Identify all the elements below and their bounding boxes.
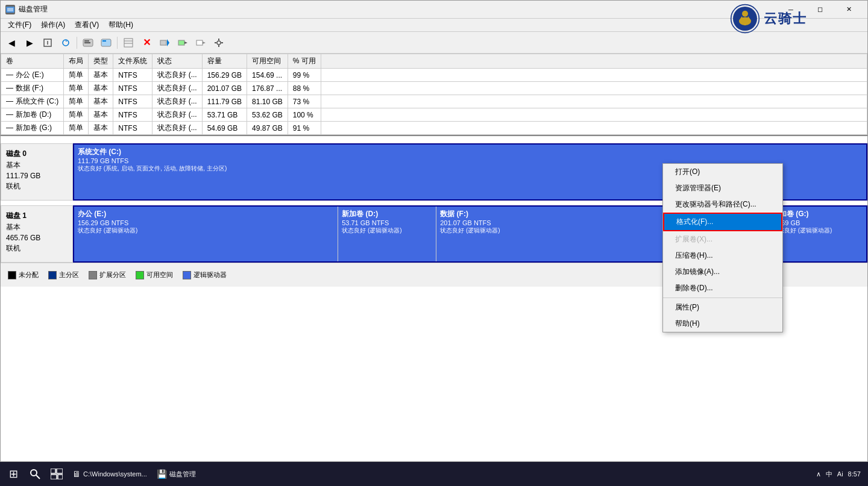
ctx-open[interactable]: 打开(O): [663, 164, 782, 180]
cell-fs: NTFS: [113, 108, 153, 122]
legend-logical-box: [183, 271, 191, 279]
svg-rect-13: [102, 40, 106, 42]
toolbar-rescan[interactable]: [57, 34, 74, 51]
volume-table-container: 卷 布局 类型 文件系统 状态 容量 可用空间 % 可用 —办公 (E:) 简单…: [1, 54, 867, 136]
disk0-status: 联机: [6, 181, 68, 192]
cell-free: 81.10 GB: [247, 95, 288, 108]
disk1-partition-3[interactable]: 新加卷 (G:) 54.69 GB 状态良好 (逻辑驱动器): [769, 207, 866, 261]
table-row[interactable]: —新加卷 (G:) 简单 基本 NTFS 状态良好 (... 54.69 GB …: [1, 122, 867, 135]
cell-layout: 简单: [64, 108, 89, 122]
taskbar-cmd[interactable]: 🖥 C:\Windows\system...: [68, 463, 152, 485]
ctx-shrink[interactable]: 压缩卷(H)...: [663, 248, 782, 264]
legend-unallocated-label: 未分配: [19, 270, 39, 279]
ctx-extend: 扩展卷(X)...: [663, 231, 782, 248]
col-header-vol: 卷: [1, 54, 64, 69]
toolbar-export1[interactable]: [174, 34, 191, 51]
col-header-type: 类型: [89, 54, 113, 69]
svg-rect-10: [84, 40, 89, 42]
toolbar-forward[interactable]: ▶: [21, 34, 38, 51]
table-row[interactable]: —系统文件 (C:) 简单 基本 NTFS 状态良好 (... 111.79 G…: [1, 95, 867, 108]
disk1-partition-3-status: 状态良好 (逻辑驱动器): [772, 226, 863, 235]
cell-extra: [321, 122, 867, 135]
ctx-format[interactable]: 格式化(F)...: [663, 213, 782, 231]
table-row[interactable]: —数据 (F:) 简单 基本 NTFS 状态良好 (... 201.07 GB …: [1, 82, 867, 95]
ctx-properties[interactable]: 属性(P): [663, 299, 782, 316]
table-row[interactable]: —新加卷 (D:) 简单 基本 NTFS 状态良好 (... 53.71 GB …: [1, 108, 867, 122]
cell-capacity: 201.07 GB: [202, 82, 247, 95]
toolbar-disk-properties[interactable]: [80, 34, 96, 51]
toolbar-import[interactable]: [156, 34, 173, 51]
taskbar-search[interactable]: [24, 463, 46, 485]
svg-point-28: [31, 470, 37, 476]
taskbar-diskmgmt[interactable]: 💾 磁盘管理: [152, 463, 201, 485]
disk1-partition-1-size: 53.71 GB NTFS: [342, 219, 432, 226]
legend-extended: 扩展分区: [89, 270, 126, 279]
restore-button[interactable]: ◻: [806, 1, 834, 19]
svg-rect-25: [218, 45, 219, 47]
cell-extra: [321, 108, 867, 122]
cell-status: 状态良好 (...: [153, 82, 202, 95]
toolbar-vol-properties[interactable]: [98, 34, 115, 51]
ctx-help[interactable]: 帮助(H): [663, 316, 782, 332]
svg-rect-33: [58, 475, 63, 479]
disk1-size: 465.76 GB: [6, 234, 68, 242]
menu-file[interactable]: 文件(F): [3, 19, 36, 31]
toolbar-back[interactable]: ◀: [3, 34, 20, 51]
disk1-type: 基本: [6, 222, 68, 232]
start-button[interactable]: ⊞: [2, 463, 24, 485]
cell-layout: 简单: [64, 69, 89, 82]
ctx-delete[interactable]: 删除卷(D)...: [663, 280, 782, 296]
cell-free: 53.62 GB: [247, 108, 288, 122]
cell-vol: —新加卷 (G:): [1, 122, 64, 135]
taskbar-ime[interactable]: 中: [826, 470, 832, 479]
cell-fs: NTFS: [113, 82, 153, 95]
cell-type: 基本: [89, 122, 113, 135]
legend-primary: 主分区: [48, 270, 79, 279]
ctx-add-mirror[interactable]: 添加镜像(A)...: [663, 264, 782, 280]
ctx-explorer[interactable]: 资源管理器(E): [663, 180, 782, 196]
menu-view[interactable]: 查看(V): [70, 19, 104, 31]
legend-free-label: 可用空间: [146, 270, 173, 279]
toolbar-new-striped[interactable]: [120, 34, 137, 51]
cell-extra: [321, 95, 867, 108]
toolbar-export2[interactable]: [192, 34, 209, 51]
ctx-change-drive[interactable]: 更改驱动器号和路径(C)...: [663, 196, 782, 213]
svg-rect-17: [160, 40, 166, 45]
taskbar-diskmgmt-icon: 💾: [157, 469, 167, 479]
svg-rect-31: [57, 469, 63, 473]
cell-capacity: 111.79 GB: [202, 95, 247, 108]
toolbar-red-x[interactable]: ✕: [138, 34, 155, 51]
taskbar-cmd-label: C:\Windows\system...: [83, 470, 147, 478]
svg-rect-30: [51, 469, 55, 473]
cell-status: 状态良好 (...: [153, 95, 202, 108]
menu-help[interactable]: 帮助(H): [104, 19, 138, 31]
menu-action[interactable]: 操作(A): [36, 19, 70, 31]
cell-vol: —新加卷 (D:): [1, 108, 64, 122]
cell-free: 154.69 ...: [247, 69, 288, 82]
svg-marker-22: [203, 42, 206, 44]
table-row[interactable]: —办公 (E:) 简单 基本 NTFS 状态良好 (... 156.29 GB …: [1, 69, 867, 82]
taskbar-task-view[interactable]: [46, 463, 68, 485]
legend-primary-label: 主分区: [59, 270, 79, 279]
toolbar-settings[interactable]: [210, 34, 227, 51]
close-button[interactable]: ✕: [835, 1, 863, 19]
disk1-partition-0[interactable]: 办公 (E:) 156.29 GB NTFS 状态良好 (逻辑驱动器): [74, 207, 338, 261]
ctx-sep: [663, 298, 782, 298]
toolbar-up[interactable]: [39, 34, 56, 51]
disk0-name: 磁盘 0: [6, 149, 68, 159]
cell-pct: 99 %: [288, 69, 321, 82]
window-title: 磁盘管理: [19, 4, 48, 14]
legend-primary-box: [48, 271, 57, 279]
taskbar-cmd-icon: 🖥: [72, 469, 81, 479]
taskbar-arrow-up[interactable]: ∧: [816, 470, 821, 478]
toolbar-separator-2: [117, 37, 118, 49]
disk0-size: 111.79 GB: [6, 172, 68, 180]
cell-extra: [321, 82, 867, 95]
svg-marker-20: [184, 42, 187, 44]
col-header-pct: % 可用: [288, 54, 321, 69]
cell-vol: —办公 (E:): [1, 69, 64, 82]
disk1-partition-1[interactable]: 新加卷 (D:) 53.71 GB NTFS 状态良好 (逻辑驱动器): [338, 207, 436, 261]
svg-rect-27: [221, 42, 223, 43]
yunqishi-logo: 云骑士: [730, 4, 807, 34]
disk1-label: 磁盘 1 基本 465.76 GB 联机: [1, 205, 73, 263]
